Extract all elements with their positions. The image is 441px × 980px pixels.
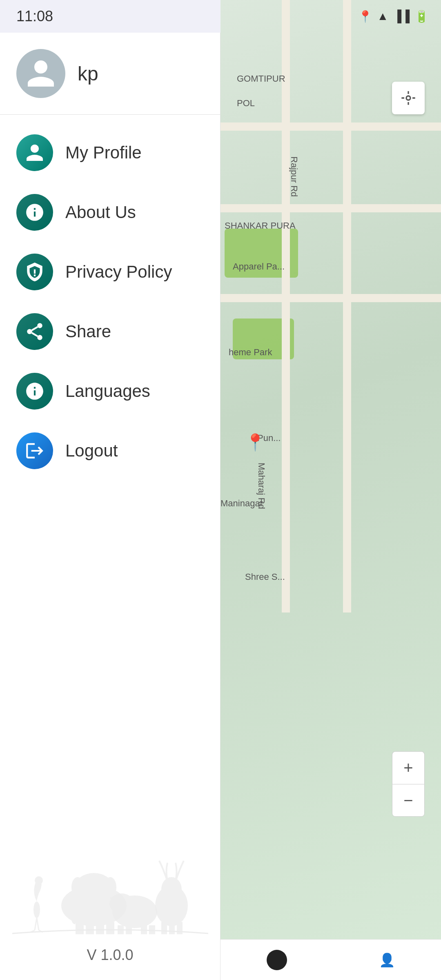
locate-icon [400,90,416,106]
svg-line-4 [32,333,38,336]
svg-point-26 [109,893,134,914]
zoom-in-button[interactable]: + [392,751,425,784]
map-label-rajpur: Rajpur Rd [289,156,299,197]
person-menu-icon [24,143,45,163]
map-label-park: heme Park [229,347,272,358]
menu-item-logout[interactable]: Logout [0,421,220,481]
languages-icon-circle [16,373,53,410]
svg-rect-16 [76,922,84,934]
about-us-label: About Us [65,203,136,222]
map-road-v1 [282,0,290,612]
svg-point-6 [33,902,40,918]
avatar [16,49,65,98]
svg-line-5 [32,327,38,330]
svg-point-21 [161,877,182,902]
map-label-maninagar: Maninagar [220,498,263,509]
about-us-icon-circle [16,194,53,231]
map-road-2 [220,204,441,212]
menu-item-about-us[interactable]: About Us [0,183,220,242]
my-profile-icon-circle [16,134,53,171]
bottom-nav-home[interactable] [267,950,287,970]
share-icon [24,321,45,342]
map-road-v2 [343,0,351,612]
menu-item-languages[interactable]: Languages [0,361,220,421]
user-header: kp [0,33,220,115]
logout-icon [24,441,45,461]
map-label-gomtipur: GOMTIPUR [237,74,285,84]
logout-label: Logout [65,441,118,461]
svg-point-7 [35,876,43,884]
battery-icon: 🔋 [414,10,429,23]
info-icon [24,202,45,223]
locate-button[interactable] [392,82,425,114]
svg-point-2 [27,329,32,334]
menu-item-privacy-policy[interactable]: Privacy Policy [0,242,220,302]
time-display: 11:08 [16,8,204,25]
bottom-nav-bar: 👤 [220,939,441,980]
svg-point-1 [37,323,42,328]
svg-rect-24 [177,922,183,934]
username: kp [78,62,98,85]
map-label-shankar: SHANKAR PURA [225,220,296,231]
map-label-pol: POL [237,98,255,109]
wifi-icon: ▲ [377,10,389,23]
svg-point-15 [71,877,84,898]
status-bar: 11:08 [0,0,220,33]
signal-icon: ▐▐ [393,10,410,23]
svg-line-9 [37,918,39,930]
privacy-policy-icon-circle [16,254,53,290]
location-icon: 📍 [358,10,372,23]
bottom-nav-profile[interactable]: 👤 [379,952,395,968]
svg-rect-17 [86,922,94,934]
shield-icon [24,262,45,282]
svg-rect-22 [161,922,167,934]
map-label-apparel: Apparel Pa... [233,261,285,272]
language-info-icon [24,381,45,401]
person-icon [24,57,57,90]
map-road [220,122,441,131]
menu-list: My Profile About Us Privacy Policy [0,115,220,689]
illustration-area [0,689,220,934]
zoom-out-button[interactable]: − [392,784,425,817]
share-icon-circle [16,313,53,350]
svg-point-14 [104,877,116,898]
map-label-shree: Shree S... [245,572,285,582]
svg-rect-18 [96,922,104,934]
map-road-3 [220,294,441,302]
languages-label: Languages [65,381,150,401]
menu-item-share[interactable]: Share [0,302,220,361]
version-text: V 1.0.0 [0,934,220,980]
status-bar-right: 📍 ▲ ▐▐ 🔋 [220,0,441,33]
navigation-drawer: kp My Profile About Us [0,33,220,980]
menu-item-my-profile[interactable]: My Profile [0,123,220,183]
svg-point-3 [37,335,42,340]
svg-rect-23 [169,922,175,934]
privacy-policy-label: Privacy Policy [65,262,172,282]
logout-icon-circle [16,432,53,469]
svg-point-0 [406,96,410,100]
map-pin: 📍 [245,433,265,452]
map-zoom-controls: + − [392,751,425,817]
svg-rect-19 [106,922,114,934]
my-profile-label: My Profile [65,143,142,163]
map-panel: GOMTIPUR POL Rajpur Rd SHANKAR PURA Appa… [220,0,441,980]
share-label: Share [65,322,111,341]
wildlife-illustration [12,771,208,934]
